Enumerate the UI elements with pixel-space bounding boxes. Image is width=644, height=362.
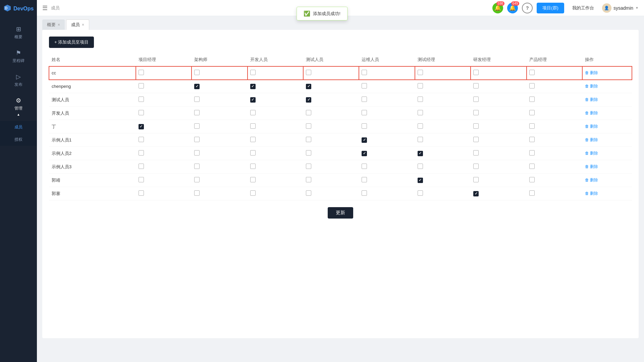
delete-button[interactable]: 🗑 删除 [585,191,598,196]
checkbox-role-5-5[interactable] [418,137,423,142]
checkbox-role-5-1[interactable] [194,137,200,142]
tab-members[interactable]: 成员 × [66,19,89,30]
checkbox-role-6-4[interactable] [362,151,367,156]
project-group-button[interactable]: 项目(群) [537,3,564,13]
checkbox-role-9-1[interactable] [194,190,200,196]
checkbox-role-1-4[interactable] [362,83,367,88]
checkbox-role-8-5[interactable] [418,178,423,183]
checkbox-role-4-5[interactable] [418,123,423,129]
checkbox-role-7-5[interactable] [418,164,423,169]
checkbox-role-3-3[interactable] [306,110,311,115]
checkbox-role-7-6[interactable] [473,164,479,169]
delete-button[interactable]: 🗑 删除 [585,83,598,89]
checkbox-role-7-4[interactable] [362,164,367,169]
checkbox-role-0-4[interactable] [362,70,367,75]
checkbox-role-1-5[interactable] [418,83,423,88]
checkbox-role-4-6[interactable] [473,123,479,129]
checkbox-role-9-7[interactable] [529,190,535,196]
checkbox-role-3-1[interactable] [194,110,200,115]
checkbox-role-0-0[interactable] [139,70,144,75]
checkbox-role-9-5[interactable] [418,190,423,196]
delete-button[interactable]: 🗑 删除 [585,164,598,170]
delete-button[interactable]: 🗑 删除 [585,124,598,129]
checkbox-role-5-3[interactable] [306,137,311,142]
checkbox-role-3-4[interactable] [362,110,367,115]
sidebar-item-release[interactable]: ▷ 发布 [0,68,37,92]
checkbox-role-0-2[interactable] [250,70,256,75]
hamburger-menu-icon[interactable]: ☰ [42,4,48,12]
delete-button[interactable]: 🗑 删除 [585,110,598,116]
checkbox-role-6-5[interactable] [418,151,423,156]
add-member-button[interactable]: + 添加成员至项目 [49,37,94,48]
tab-overview[interactable]: 概要 × [42,19,65,30]
checkbox-role-5-0[interactable] [139,137,144,142]
checkbox-role-6-0[interactable] [139,150,144,156]
delete-button[interactable]: 🗑 删除 [585,137,598,143]
sidebar-item-overview[interactable]: ⊞ 概要 [0,21,37,45]
tab-overview-close-icon[interactable]: × [58,22,60,27]
checkbox-role-6-6[interactable] [473,150,479,156]
checkbox-role-0-7[interactable] [529,70,535,75]
checkbox-role-8-2[interactable] [250,177,256,182]
tab-members-close-icon[interactable]: × [82,22,84,27]
sidebar-item-auth[interactable]: 授权 [0,133,37,146]
checkbox-role-9-3[interactable] [306,190,311,196]
sidebar-item-manage[interactable]: ⚙ 管理 ▲ [0,92,37,121]
checkbox-role-1-1[interactable] [194,84,200,89]
checkbox-role-3-6[interactable] [473,110,479,115]
checkbox-role-2-3[interactable] [306,97,311,103]
checkbox-role-4-3[interactable] [306,123,311,129]
checkbox-role-2-1[interactable] [194,97,200,102]
delete-button[interactable]: 🗑 删除 [585,70,598,76]
checkbox-role-1-2[interactable] [250,84,256,89]
update-button[interactable]: 更新 [328,207,353,219]
checkbox-role-9-0[interactable] [139,190,144,196]
checkbox-role-4-2[interactable] [250,123,256,129]
checkbox-role-7-1[interactable] [194,164,200,169]
sidebar-logo[interactable]: D DevOps [0,0,37,17]
checkbox-role-2-5[interactable] [418,97,423,102]
checkbox-role-0-1[interactable] [194,70,200,75]
checkbox-role-2-6[interactable] [473,97,479,102]
checkbox-role-3-0[interactable] [139,110,144,115]
checkbox-role-4-1[interactable] [194,123,200,129]
checkbox-role-9-4[interactable] [362,190,367,196]
checkbox-role-5-4[interactable] [362,137,367,143]
sidebar-item-milestone[interactable]: ⚑ 里程碑 [0,45,37,68]
checkbox-role-7-0[interactable] [139,164,144,169]
checkbox-role-2-2[interactable] [250,97,256,103]
checkbox-role-1-6[interactable] [473,83,479,88]
checkbox-role-7-3[interactable] [306,164,311,169]
checkbox-role-1-7[interactable] [529,83,535,88]
checkbox-role-5-2[interactable] [250,137,256,142]
checkbox-role-2-0[interactable] [139,97,144,102]
checkbox-role-0-5[interactable] [418,70,423,75]
notification-badge-2[interactable]: 🔔 649 [507,3,518,13]
checkbox-role-8-1[interactable] [194,177,200,182]
checkbox-role-5-7[interactable] [529,137,535,142]
checkbox-role-3-5[interactable] [418,110,423,115]
checkbox-role-6-1[interactable] [194,150,200,156]
checkbox-role-9-6[interactable] [473,191,479,196]
notification-badge-1[interactable]: 🔔 598 [492,3,503,13]
user-menu[interactable]: 👤 sysadmin ▼ [602,3,639,13]
checkbox-role-2-7[interactable] [529,97,535,102]
checkbox-role-6-7[interactable] [529,150,535,156]
checkbox-role-1-0[interactable] [139,83,144,88]
checkbox-role-3-2[interactable] [250,110,256,115]
checkbox-role-6-2[interactable] [250,150,256,156]
checkbox-role-8-6[interactable] [473,177,479,182]
checkbox-role-4-0[interactable] [139,124,144,129]
checkbox-role-3-7[interactable] [529,110,535,115]
checkbox-role-2-4[interactable] [362,97,367,102]
delete-button[interactable]: 🗑 删除 [585,97,598,103]
checkbox-role-0-3[interactable] [306,70,311,75]
checkbox-role-7-2[interactable] [250,164,256,169]
checkbox-role-5-6[interactable] [473,137,479,142]
checkbox-role-8-3[interactable] [306,177,311,182]
checkbox-role-1-3[interactable] [306,84,311,89]
delete-button[interactable]: 🗑 删除 [585,177,598,183]
checkbox-role-8-0[interactable] [139,177,144,182]
checkbox-role-7-7[interactable] [529,164,535,169]
help-button[interactable]: ? [522,3,533,13]
